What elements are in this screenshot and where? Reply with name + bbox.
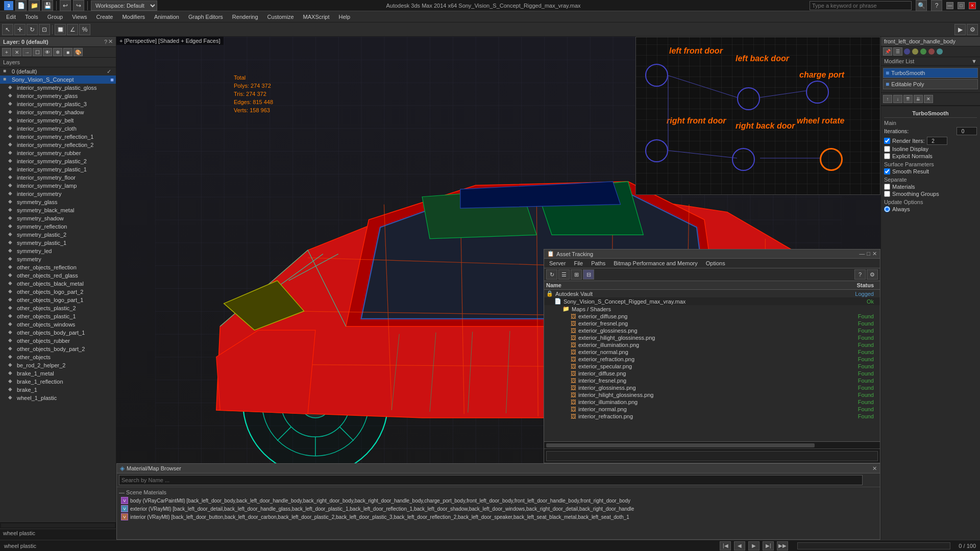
rp-nav-move[interactable]: ↑ <box>883 95 892 103</box>
layer-item[interactable]: ◆interior_symmetry_floor <box>0 173 116 182</box>
at-maximize-btn[interactable]: □ <box>867 251 870 257</box>
layer-item[interactable]: ◆interior_symmetry_cloth <box>0 124 116 133</box>
layer-item[interactable]: ◆interior_symmetry_rubber <box>0 149 116 157</box>
render-tool[interactable]: ▶ <box>954 24 966 35</box>
at-menu-options[interactable]: Options <box>703 260 728 267</box>
minimize-btn[interactable]: — <box>946 2 953 9</box>
layer-item[interactable]: ◆brake_1_metal <box>0 369 116 378</box>
maximize-btn[interactable]: □ <box>958 2 965 9</box>
schematic-circle[interactable] <box>645 139 668 162</box>
close-btn[interactable]: ✕ <box>969 2 976 9</box>
search-input[interactable] <box>810 1 912 10</box>
layer-item[interactable]: ◆wheel_1_plastic <box>0 394 116 402</box>
layer-item[interactable]: ◆brake_1 <box>0 386 116 394</box>
layer-item[interactable]: ◆symmetry_plastic_2 <box>0 231 116 239</box>
at-row-map[interactable]: 🖼exterior_glossiness.png Found <box>544 327 880 334</box>
rp-color-swatch[interactable] <box>904 48 910 55</box>
at-settings-btn[interactable]: ⚙ <box>867 269 878 280</box>
layer-item[interactable]: ◆other_objects_rubber <box>0 337 116 345</box>
mat-row-body[interactable]: V body (VRayCarPaintMtl) [back_left_door… <box>119 496 878 505</box>
schematic-panel[interactable]: left front door left back door charge po… <box>635 37 880 195</box>
mat-row-interior[interactable]: V interior (VRayMtl) [back_left_door_but… <box>119 513 878 521</box>
ts-render-iters-input[interactable] <box>927 137 947 145</box>
timeline-play-btn[interactable]: ▶ <box>748 541 760 550</box>
layer-item[interactable]: ◆interior_symmetry <box>0 190 116 198</box>
layer-item[interactable]: ◆symmetry_reflection <box>0 222 116 231</box>
at-row-map[interactable]: 🖼interior_normal.png Found <box>544 406 880 413</box>
at-row-vault[interactable]: 🔒 Autodesk Vault Logged <box>544 290 880 297</box>
timeline-next-btn[interactable]: ▶| <box>763 541 774 550</box>
layer-item[interactable]: ◆interior_symmetry_belt <box>0 116 116 124</box>
layer-item[interactable]: ◆be_rod_2_helper_2 <box>0 361 116 369</box>
at-menu-bitmap-perf[interactable]: Bitmap Performance and Memory <box>610 260 700 267</box>
layer-item[interactable]: ◆other_objects <box>0 353 116 361</box>
layer-add-selection-btn[interactable]: → <box>22 48 32 56</box>
percent-snap-tool[interactable]: % <box>79 24 90 35</box>
layer-item[interactable]: ◆symmetry_glass <box>0 198 116 206</box>
layer-item[interactable]: ◆other_objects_body_part_1 <box>0 329 116 337</box>
at-list-view-btn[interactable]: ☰ <box>558 269 570 280</box>
tb-redo[interactable]: ↪ <box>73 0 84 11</box>
layer-freeze-btn[interactable]: ❄ <box>53 48 62 56</box>
at-row-map[interactable]: 🖼interior_illumination.png Found <box>544 398 880 406</box>
at-refresh-btn[interactable]: ↻ <box>546 269 557 280</box>
layer-item[interactable]: ◆other_objects_logo_part_2 <box>0 288 116 296</box>
rp-nav-first[interactable]: ⇈ <box>903 95 913 103</box>
at-detail-view-btn[interactable]: ⊞ <box>571 269 582 280</box>
layer-item[interactable]: ◆symmetry_black_metal <box>0 206 116 214</box>
layer-delete-btn[interactable]: ✕ <box>12 48 21 56</box>
layer-render-btn[interactable]: ■ <box>63 48 72 56</box>
modifier-list-dropdown[interactable]: Modifier List ▼ <box>881 57 980 66</box>
layer-item[interactable]: ◆interior_symmetry_plastic_1 <box>0 165 116 173</box>
tb-save[interactable]: 💾 <box>42 0 53 11</box>
ts-render-iters-check[interactable] <box>884 138 890 144</box>
layer-item[interactable]: ◆other_objects_plastic_1 <box>0 312 116 320</box>
menu-help[interactable]: Help <box>335 13 355 21</box>
at-row-map[interactable]: 🖼exterior_hilight_glossiness.png Found <box>544 334 880 341</box>
rp-color-swatch4[interactable] <box>928 48 935 55</box>
at-row-map[interactable]: 🖼exterior_fresnel.png Found <box>544 320 880 327</box>
move-tool[interactable]: ✛ <box>14 24 26 35</box>
ts-iterations-input[interactable] <box>957 127 977 135</box>
rp-color-swatch3[interactable] <box>920 48 926 55</box>
at-row-map[interactable]: 🖼interior_hilight_glossiness.png Found <box>544 391 880 398</box>
ts-smoothing-groups-check[interactable] <box>884 191 890 197</box>
layer-item[interactable]: ◆interior_symmetry_lamp <box>0 182 116 190</box>
layer-item[interactable]: ◆interior_symmetry_glass <box>0 92 116 100</box>
at-table-view-btn[interactable]: ⊟ <box>583 269 594 280</box>
at-horizontal-scrollbar[interactable] <box>544 441 880 448</box>
scale-tool[interactable]: ⊡ <box>39 24 50 35</box>
menu-rendering[interactable]: Rendering <box>228 13 262 21</box>
help-btn[interactable]: ? <box>931 0 942 11</box>
at-row-map[interactable]: 🖼exterior_normal.png Found <box>544 348 880 356</box>
layer-item[interactable]: ◆other_objects_body_part_2 <box>0 345 116 353</box>
layer-item[interactable]: ◆other_objects_plastic_2 <box>0 304 116 312</box>
schematic-circle[interactable] <box>737 87 760 110</box>
snap-tool[interactable]: 🔲 <box>55 24 66 35</box>
at-row-map[interactable]: 🖼interior_refraction.png Found <box>544 413 880 420</box>
mat-browser-close-btn[interactable]: ✕ <box>872 465 877 472</box>
at-row-map[interactable]: 🖼exterior_illumination.png Found <box>544 341 880 348</box>
layer-select-objects-btn[interactable]: ☐ <box>33 48 42 56</box>
at-row-map[interactable]: 🖼interior_glossiness.png Found <box>544 384 880 391</box>
ts-materials-check[interactable] <box>884 184 890 190</box>
angle-snap-tool[interactable]: ∠ <box>67 24 78 35</box>
at-row-map[interactable]: 🖼 exterior_diffuse.png Found <box>544 313 880 320</box>
at-close-btn[interactable]: ✕ <box>872 251 877 257</box>
rp-color-swatch2[interactable] <box>912 48 918 55</box>
timeline-track[interactable] <box>797 542 950 549</box>
rotate-tool[interactable]: ↻ <box>27 24 38 35</box>
at-row-map[interactable]: 🖼exterior_refraction.png Found <box>544 356 880 363</box>
tb-undo[interactable]: ↩ <box>60 0 71 11</box>
rp-pin-btn[interactable]: 📌 <box>883 47 892 56</box>
at-menu-paths[interactable]: Paths <box>588 260 608 267</box>
at-row-map[interactable]: 🖼exterior_specular.png Found <box>544 363 880 370</box>
layer-item[interactable]: ◆other_objects_black_metal <box>0 280 116 288</box>
at-menu-server[interactable]: Server <box>546 260 569 267</box>
menu-graph-editors[interactable]: Graph Editors <box>184 13 227 21</box>
mat-search-input[interactable] <box>119 475 863 485</box>
layer-item[interactable]: ◆interior_symmetry_plastic_2 <box>0 157 116 165</box>
layers-help-btn[interactable]: ? <box>104 39 107 45</box>
timeline-start-btn[interactable]: |◀ <box>720 541 731 550</box>
menu-edit[interactable]: Edit <box>2 13 20 21</box>
